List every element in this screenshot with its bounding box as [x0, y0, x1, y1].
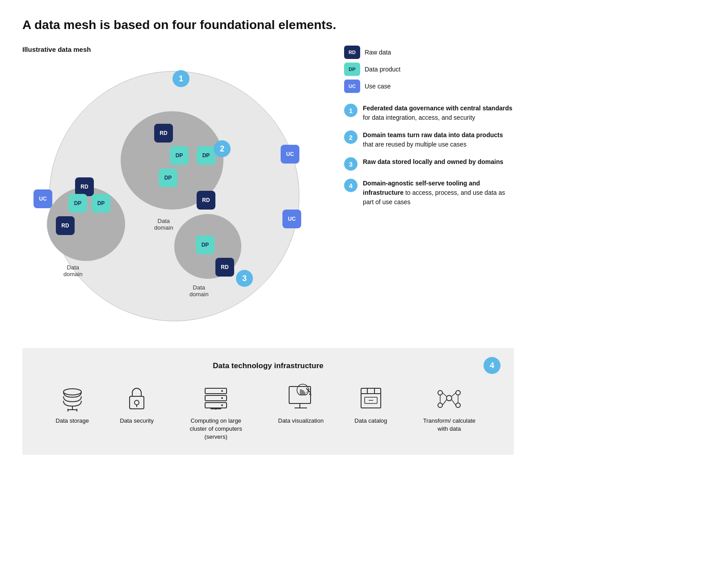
- legend: RD Raw data DP Data product UC Use case: [344, 46, 514, 93]
- point-num-4: 4: [344, 179, 358, 192]
- domain-label-small: Datadomain: [189, 284, 209, 298]
- point-text-3: Raw data stored locally and owned by dom…: [363, 157, 503, 167]
- infra-label-visualization: Data visualization: [278, 417, 324, 425]
- badge-uc-right: UC: [282, 210, 301, 228]
- legend-badge-dp: DP: [344, 63, 360, 76]
- badge-dp-large-1: DP: [170, 146, 189, 165]
- svg-line-46: [442, 400, 446, 405]
- infra-icons-row: Data storage Data security: [40, 384, 496, 441]
- computing-icon: [202, 384, 230, 412]
- badge-dp-large-3: DP: [159, 168, 177, 187]
- transform-icon: [435, 384, 463, 412]
- legend-label-uc: Use case: [365, 83, 391, 90]
- badge-num-2: 2: [214, 140, 231, 157]
- point-item-2: 2 Domain teams turn raw data into data p…: [344, 130, 514, 149]
- badge-dp-small: DP: [196, 235, 214, 254]
- badge-rd-large-1: RD: [154, 124, 173, 143]
- infra-item-security: Data security: [120, 384, 154, 425]
- svg-line-45: [452, 393, 456, 396]
- point-item-4: 4 Domain-agnostic self-serve tooling and…: [344, 179, 514, 207]
- infra-label-computing: Computing on large cluster of computers …: [185, 417, 247, 441]
- svg-point-23: [221, 390, 223, 392]
- data-visualization-icon: [286, 384, 315, 412]
- infra-label-transform: Transform/ calculate with data: [418, 417, 480, 433]
- svg-line-44: [442, 393, 446, 396]
- svg-point-42: [438, 403, 442, 407]
- point-num-1: 1: [344, 104, 358, 117]
- svg-point-24: [221, 397, 223, 399]
- legend-label-rd: Raw data: [365, 49, 391, 56]
- badge-num-1: 1: [172, 70, 189, 87]
- infra-label-storage: Data storage: [56, 417, 89, 425]
- legend-item-rd: RD Raw data: [344, 46, 514, 59]
- badge-dp-medium-1: DP: [68, 194, 87, 213]
- infra-section: 4 Data technology infrastructure Data st…: [22, 348, 514, 455]
- infra-item-storage: Data storage: [56, 384, 89, 425]
- svg-point-18: [135, 400, 139, 405]
- diagram-area: Datadomain Datadomain Datadomain 1 UC UC…: [22, 58, 326, 335]
- badge-num-3: 3: [236, 270, 253, 287]
- badge-rd-medium-2: RD: [56, 216, 75, 235]
- point-item-1: 1 Federated data governance with central…: [344, 104, 514, 122]
- point-text-1: Federated data governance with central s…: [363, 104, 514, 122]
- badge-uc-left: UC: [34, 189, 52, 208]
- point-bold-1: Federated data governance with central s…: [363, 105, 513, 112]
- legend-badge-uc: UC: [344, 80, 360, 93]
- badge-rd-medium: RD: [75, 177, 94, 196]
- diagram-title: Illustrative data mesh: [22, 46, 326, 53]
- badge-rd-small: RD: [215, 258, 234, 277]
- data-storage-icon: [58, 384, 87, 412]
- point-num-3: 3: [344, 157, 358, 171]
- legend-item-dp: DP Data product: [344, 63, 514, 76]
- data-security-icon: [122, 384, 151, 412]
- legend-item-uc: UC Use case: [344, 80, 514, 93]
- point-text-4: Domain-agnostic self-serve tooling and i…: [363, 179, 514, 207]
- point-text-2: Domain teams turn raw data into data pro…: [363, 130, 514, 149]
- right-panel: RD Raw data DP Data product UC Use case …: [344, 46, 514, 335]
- point-bold-2: Domain teams turn raw data into data pro…: [363, 131, 503, 139]
- infra-item-visualization: Data visualization: [278, 384, 324, 425]
- legend-badge-rd: RD: [344, 46, 360, 59]
- domain-label-large: Datadomain: [154, 218, 173, 231]
- badge-uc-top-right: UC: [281, 145, 299, 164]
- badge-dp-medium-2: DP: [92, 194, 110, 213]
- svg-point-12: [63, 389, 81, 395]
- infra-label-security: Data security: [120, 417, 154, 425]
- infra-item-computing: Computing on large cluster of computers …: [185, 384, 247, 441]
- svg-point-43: [456, 403, 460, 407]
- svg-point-39: [446, 395, 452, 401]
- svg-rect-20: [205, 388, 227, 394]
- infra-item-transform: Transform/ calculate with data: [418, 384, 480, 433]
- badge-rd-large-2: RD: [197, 191, 215, 210]
- svg-point-40: [438, 391, 442, 395]
- point-bold-3: Raw data stored locally and owned by dom…: [363, 158, 503, 165]
- infra-num-badge: 4: [484, 357, 500, 374]
- badge-dp-large-2: DP: [197, 146, 215, 165]
- infra-title: Data technology infrastructure: [40, 361, 496, 370]
- data-catalog-icon: [357, 384, 385, 412]
- infra-item-catalog: Data catalog: [354, 384, 387, 425]
- svg-line-47: [452, 400, 456, 405]
- point-item-3: 3 Raw data stored locally and owned by d…: [344, 157, 514, 171]
- svg-rect-34: [361, 388, 381, 408]
- svg-point-41: [456, 391, 460, 395]
- infra-label-catalog: Data catalog: [354, 417, 387, 425]
- svg-point-25: [221, 404, 223, 406]
- points-list: 1 Federated data governance with central…: [344, 104, 514, 207]
- point-bold-4: Domain-agnostic self-serve tooling and i…: [363, 180, 480, 196]
- domain-label-medium: Datadomain: [63, 264, 83, 277]
- point-num-2: 2: [344, 130, 358, 144]
- svg-rect-21: [205, 395, 227, 401]
- svg-rect-22: [205, 403, 227, 408]
- page-title: A data mesh is based on four foundationa…: [22, 18, 514, 32]
- legend-label-dp: Data product: [365, 66, 400, 73]
